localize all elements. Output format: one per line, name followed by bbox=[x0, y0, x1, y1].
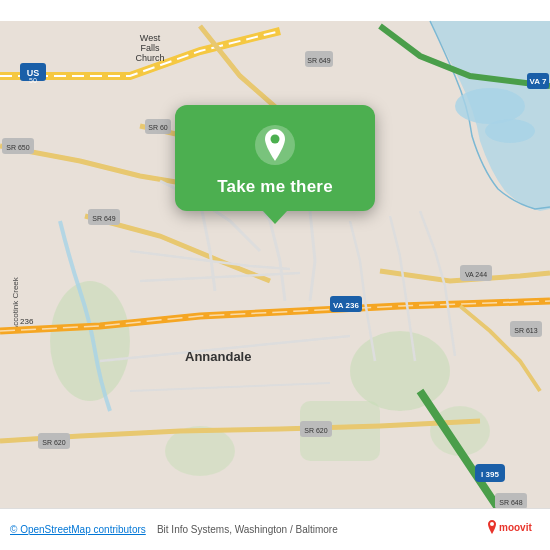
map-container: Accotink Creek US 50 VA 7 SR 649 SR 650 … bbox=[0, 0, 550, 550]
svg-point-3 bbox=[50, 281, 130, 401]
svg-text:Annandale: Annandale bbox=[185, 349, 251, 364]
svg-text:SR 648: SR 648 bbox=[499, 499, 522, 506]
svg-text:I 395: I 395 bbox=[481, 470, 499, 479]
svg-text:SR 620: SR 620 bbox=[304, 427, 327, 434]
svg-point-4 bbox=[350, 331, 450, 411]
svg-text:VA 236: VA 236 bbox=[333, 301, 359, 310]
svg-text:SR 60: SR 60 bbox=[148, 124, 168, 131]
svg-point-1 bbox=[455, 88, 525, 124]
svg-text:SR 649: SR 649 bbox=[307, 57, 330, 64]
svg-point-2 bbox=[485, 119, 535, 143]
svg-text:Church: Church bbox=[135, 53, 164, 63]
take-me-there-button[interactable]: Take me there bbox=[217, 177, 333, 197]
location-pin-icon bbox=[253, 123, 297, 167]
map-background: Accotink Creek US 50 VA 7 SR 649 SR 650 … bbox=[0, 0, 550, 550]
svg-point-43 bbox=[490, 522, 494, 526]
popup-card: Take me there bbox=[175, 105, 375, 211]
svg-text:SR 650: SR 650 bbox=[6, 144, 29, 151]
svg-text:50: 50 bbox=[29, 77, 37, 84]
svg-text:236: 236 bbox=[20, 317, 34, 326]
osm-link[interactable]: © OpenStreetMap contributors bbox=[10, 524, 146, 535]
svg-point-42 bbox=[271, 135, 280, 144]
svg-text:VA 7: VA 7 bbox=[530, 77, 547, 86]
moovit-logo-icon: moovit bbox=[486, 516, 540, 544]
svg-text:Accotink Creek: Accotink Creek bbox=[11, 276, 20, 331]
svg-text:Falls: Falls bbox=[140, 43, 160, 53]
svg-text:moovit: moovit bbox=[499, 522, 532, 533]
moovit-brand: moovit bbox=[486, 516, 540, 544]
app-name-text: Bit Info Systems, Washington / Baltimore bbox=[157, 524, 338, 535]
svg-text:SR 620: SR 620 bbox=[42, 439, 65, 446]
svg-text:SR 649: SR 649 bbox=[92, 215, 115, 222]
svg-text:West: West bbox=[140, 33, 161, 43]
svg-text:VA 244: VA 244 bbox=[465, 271, 487, 278]
copyright-text: © OpenStreetMap contributors Bit Info Sy… bbox=[10, 524, 486, 535]
svg-text:SR 613: SR 613 bbox=[514, 327, 537, 334]
footer-bar: © OpenStreetMap contributors Bit Info Sy… bbox=[0, 508, 550, 550]
